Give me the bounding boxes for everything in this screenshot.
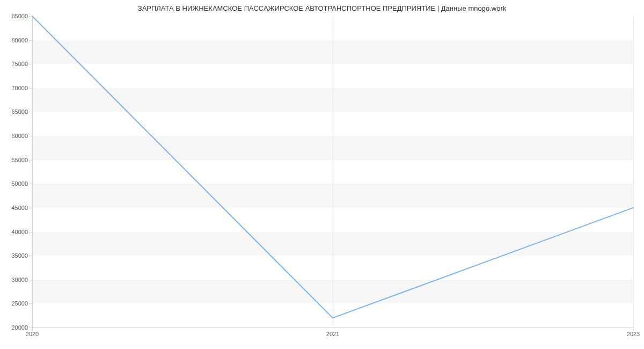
- y-tick: [29, 112, 32, 112]
- y-tick-label: 65000: [11, 108, 28, 115]
- y-tick: [29, 160, 32, 161]
- y-tick-label: 75000: [11, 61, 28, 67]
- y-tick: [29, 64, 32, 64]
- y-tick-label: 50000: [11, 180, 28, 187]
- y-tick: [29, 16, 32, 17]
- y-tick: [29, 232, 32, 232]
- y-tick-label: 40000: [11, 229, 28, 235]
- plot-area: 2000025000300003500040000450005000055000…: [32, 16, 633, 328]
- y-tick: [29, 280, 32, 280]
- y-tick: [29, 208, 32, 208]
- y-tick-label: 85000: [11, 13, 28, 19]
- y-tick-label: 60000: [11, 133, 28, 139]
- y-tick-label: 20000: [11, 324, 28, 331]
- y-tick-label: 45000: [11, 205, 28, 211]
- chart-container: ЗАРПЛАТА В НИЖНЕКАМСКОЕ ПАССАЖИРСКОЕ АВТ…: [0, 0, 644, 349]
- y-tick: [29, 136, 32, 136]
- x-gridline: [633, 16, 634, 328]
- y-tick-label: 25000: [11, 300, 28, 307]
- y-tick: [29, 184, 32, 184]
- x-tick-label: 2020: [26, 331, 39, 337]
- y-tick: [29, 256, 32, 256]
- x-tick-label: 2021: [326, 331, 339, 337]
- y-tick: [29, 88, 32, 89]
- x-tick-label: 2023: [627, 331, 640, 337]
- series-line: [32, 16, 633, 318]
- data-line: [32, 16, 633, 328]
- y-tick-label: 80000: [11, 37, 28, 43]
- chart-title: ЗАРПЛАТА В НИЖНЕКАМСКОЕ ПАССАЖИРСКОЕ АВТ…: [0, 0, 644, 12]
- y-tick-label: 55000: [11, 157, 28, 163]
- y-tick-label: 30000: [11, 277, 28, 283]
- y-tick-label: 35000: [11, 252, 28, 259]
- y-tick: [29, 303, 32, 304]
- y-tick: [29, 40, 32, 41]
- y-tick-label: 70000: [11, 85, 28, 91]
